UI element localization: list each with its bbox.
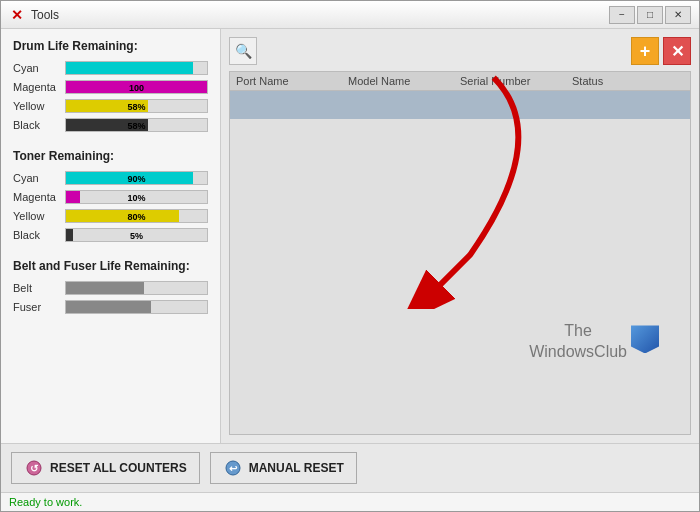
progress-text: 58% [66,100,207,113]
status-text: Ready to work. [9,496,82,508]
col-serial-number: Serial Number [460,75,572,87]
ink-row: Magenta100 [13,80,208,94]
watermark-line2: WindowsClub [529,342,627,363]
belt-fuser-title: Belt and Fuser Life Remaining: [13,259,208,273]
remove-button[interactable]: ✕ [663,37,691,65]
toner-section-title: Toner Remaining: [13,149,208,163]
col-model-name: Model Name [348,75,460,87]
progress-bar-container [65,61,208,75]
watermark: The WindowsClub [529,321,659,363]
manual-reset-icon: ↩ [223,458,243,478]
search-button[interactable]: 🔍 [229,37,257,65]
table-header: Port Name Model Name Serial Number Statu… [230,72,690,91]
toolbar: 🔍 + ✕ [229,37,691,65]
svg-text:↺: ↺ [30,463,39,474]
ink-row: Belt [13,281,208,295]
progress-bar-fill [66,282,144,294]
close-button[interactable]: ✕ [665,6,691,24]
reset-all-counters-button[interactable]: ↺ RESET ALL COUNTERS [11,452,200,484]
belt-fuser-section: Belt and Fuser Life Remaining: BeltFuser [13,259,208,319]
ink-label: Cyan [13,172,65,184]
ink-label: Black [13,229,65,241]
svg-text:↩: ↩ [229,463,238,474]
window-controls: − □ ✕ [609,6,691,24]
add-button[interactable]: + [631,37,659,65]
bottom-bar: ↺ RESET ALL COUNTERS ↩ MANUAL RESET [1,443,699,492]
drum-section: Drum Life Remaining: CyanMagenta100Yello… [13,39,208,137]
maximize-button[interactable]: □ [637,6,663,24]
left-panel: Drum Life Remaining: CyanMagenta100Yello… [1,29,221,443]
progress-bar-container: 10% [65,190,208,204]
watermark-icon [631,325,659,353]
action-buttons: + ✕ [631,37,691,65]
ink-row: Yellow80% [13,209,208,223]
ink-label: Yellow [13,210,65,222]
reset-all-icon: ↺ [24,458,44,478]
col-port-name: Port Name [236,75,348,87]
progress-bar-container [65,300,208,314]
watermark-line1: The [529,321,627,342]
ink-row: Yellow58% [13,99,208,113]
progress-text: 90% [66,172,207,185]
printer-table: Port Name Model Name Serial Number Statu… [229,71,691,435]
right-panel: 🔍 + ✕ Port Name Model Name Serial Number… [221,29,699,443]
minimize-button[interactable]: − [609,6,635,24]
progress-bar-container: 80% [65,209,208,223]
manual-reset-button[interactable]: ↩ MANUAL RESET [210,452,357,484]
progress-bar-container [65,281,208,295]
status-bar: Ready to work. [1,492,699,511]
ink-label: Fuser [13,301,65,313]
progress-text: 5% [66,229,207,242]
table-row[interactable] [230,91,690,119]
title-bar: ✕ Tools − □ ✕ [1,1,699,29]
progress-text: 58% [66,119,207,132]
window-title: Tools [31,8,609,22]
ink-row: Cyan [13,61,208,75]
progress-bar-container: 100 [65,80,208,94]
progress-text: 80% [66,210,207,223]
progress-text: 100 [66,81,207,94]
col-status: Status [572,75,684,87]
ink-row: Magenta10% [13,190,208,204]
app-icon: ✕ [9,7,25,23]
progress-bar-fill [66,301,151,313]
progress-bar-container: 5% [65,228,208,242]
ink-label: Magenta [13,191,65,203]
progress-bar-container: 58% [65,118,208,132]
progress-bar-container: 58% [65,99,208,113]
ink-label: Magenta [13,81,65,93]
ink-label: Cyan [13,62,65,74]
content-area: Drum Life Remaining: CyanMagenta100Yello… [1,29,699,443]
progress-bar-container: 90% [65,171,208,185]
progress-bar-fill [66,62,193,74]
ink-row: Cyan90% [13,171,208,185]
ink-label: Belt [13,282,65,294]
progress-text: 10% [66,191,207,204]
drum-section-title: Drum Life Remaining: [13,39,208,53]
ink-row: Black58% [13,118,208,132]
toner-section: Toner Remaining: Cyan90%Magenta10%Yellow… [13,149,208,247]
ink-label: Black [13,119,65,131]
main-window: ✕ Tools − □ ✕ Drum Life Remaining: CyanM… [0,0,700,512]
ink-row: Black5% [13,228,208,242]
ink-label: Yellow [13,100,65,112]
ink-row: Fuser [13,300,208,314]
